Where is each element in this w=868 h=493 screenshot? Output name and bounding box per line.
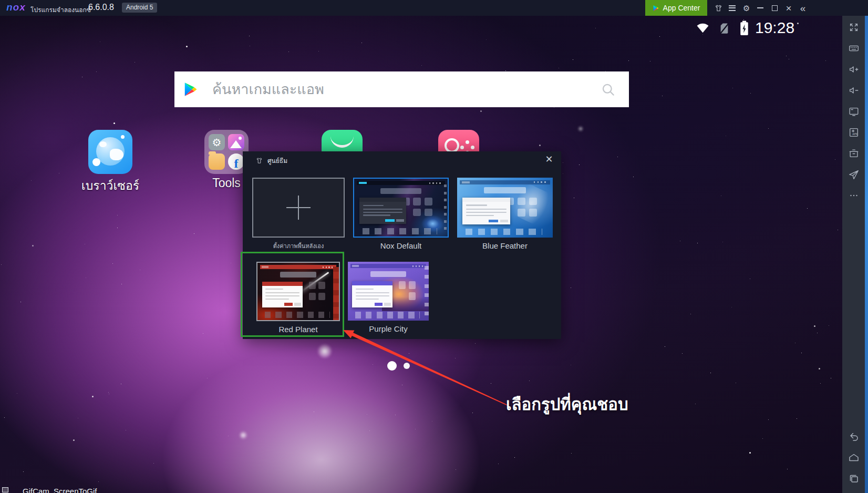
nox-toolbar: APK bbox=[842, 16, 865, 493]
host-label: GifCam bbox=[23, 487, 49, 493]
recent-apps-icon[interactable] bbox=[848, 473, 860, 485]
minimize-button[interactable] bbox=[754, 2, 767, 14]
theme-center-dialog: ศูนย์ธีม ✕ ตั้งค่าภาพพื้นหลังเอง Nox Def… bbox=[243, 151, 561, 339]
theme-thumbnail bbox=[354, 179, 448, 237]
facebook-mini-icon: f bbox=[228, 153, 244, 170]
tools-folder-icon[interactable]: ⚙ f Tools bbox=[204, 130, 249, 174]
star-glow bbox=[318, 344, 332, 358]
dialog-title: ศูนย์ธีม bbox=[267, 156, 287, 166]
more-options-icon[interactable] bbox=[848, 189, 860, 202]
annotation-label: เลือกรูปที่คุณชอบ bbox=[506, 391, 628, 417]
host-desktop-strip bbox=[865, 16, 868, 493]
window-title: โปรแกรมจำลองนอกซ์ bbox=[30, 5, 91, 15]
browser-app-icon[interactable]: เบราว์เซอร์ bbox=[88, 130, 132, 174]
dialog-close-icon[interactable]: ✕ bbox=[542, 152, 556, 166]
tools-folder-art: ⚙ f bbox=[204, 130, 249, 174]
app-center-button[interactable]: App Center bbox=[645, 0, 707, 16]
maximize-button[interactable] bbox=[768, 2, 781, 14]
file-manager-icon[interactable] bbox=[848, 147, 860, 160]
theme-tile-label: Red Planet bbox=[256, 325, 340, 334]
dialog-header: ศูนย์ธีม bbox=[255, 156, 287, 166]
window-titlebar: nox โปรแกรมจำลองนอกซ์ 6.6.0.8 Android 5 … bbox=[0, 0, 868, 16]
theme-thumbnail bbox=[257, 263, 339, 320]
theme-shirt-icon[interactable] bbox=[712, 2, 725, 14]
svg-text:APK: APK bbox=[852, 132, 858, 136]
nox-logo: nox bbox=[6, 2, 26, 13]
settings-mini-icon: ⚙ bbox=[209, 134, 225, 150]
theme-tile-purple-city[interactable]: Purple City bbox=[348, 262, 429, 321]
host-icon-remnant bbox=[2, 487, 8, 492]
files-mini-icon bbox=[209, 153, 225, 170]
theme-tile-label: Nox Default bbox=[353, 241, 449, 250]
theme-tile-nox-default[interactable]: Nox Default bbox=[353, 178, 449, 238]
search-icon[interactable] bbox=[601, 83, 615, 97]
pager-dot-active[interactable] bbox=[387, 361, 397, 371]
volume-down-icon[interactable] bbox=[848, 84, 860, 97]
browser-app-label: เบราว์เซอร์ bbox=[81, 176, 139, 195]
rocket-boost-icon[interactable] bbox=[848, 169, 860, 181]
google-play-icon bbox=[653, 4, 659, 12]
fullscreen-icon[interactable] bbox=[848, 21, 860, 34]
theme-tile-label: Blue Feather bbox=[457, 241, 553, 250]
close-button[interactable]: × bbox=[782, 2, 795, 14]
apk-install-icon[interactable]: APK bbox=[848, 126, 860, 139]
star-glow bbox=[239, 431, 247, 439]
keyboard-icon[interactable] bbox=[848, 42, 860, 55]
virtual-screen-icon[interactable] bbox=[848, 105, 860, 118]
custom-wallpaper-tile[interactable]: ตั้งค่าภาพพื้นหลังเอง bbox=[252, 178, 345, 238]
collapse-sidebar-icon[interactable]: « bbox=[797, 2, 809, 14]
clock: 19:28 bbox=[755, 19, 794, 37]
volume-up-icon[interactable] bbox=[848, 63, 860, 76]
menu-icon[interactable] bbox=[726, 2, 739, 14]
tools-folder-label: Tools bbox=[212, 176, 241, 190]
theme-tile-red-planet[interactable]: Red Planet bbox=[256, 262, 340, 321]
pager-dot[interactable] bbox=[404, 363, 410, 369]
battery-charging-icon bbox=[738, 19, 751, 37]
theme-thumbnail bbox=[457, 178, 553, 238]
google-play-icon bbox=[183, 79, 199, 99]
search-input[interactable] bbox=[211, 81, 601, 98]
gallery-mini-icon bbox=[228, 134, 244, 150]
app-center-label: App Center bbox=[663, 4, 700, 12]
host-label: ScreenToGif bbox=[54, 487, 97, 493]
settings-gear-icon[interactable]: ⚙ bbox=[740, 2, 753, 14]
wifi-icon bbox=[695, 20, 711, 35]
theme-thumbnail bbox=[348, 262, 429, 321]
no-sim-icon bbox=[717, 20, 731, 36]
theme-tile-label: Purple City bbox=[348, 324, 429, 333]
version-label: 6.6.0.8 bbox=[88, 3, 114, 12]
star-glow bbox=[578, 126, 583, 131]
play-search-bar[interactable] bbox=[174, 71, 629, 107]
android-status-bar: 19:28 bbox=[0, 16, 842, 40]
home-pager bbox=[387, 361, 410, 371]
browser-icon-art bbox=[88, 130, 132, 174]
custom-tile-label: ตั้งค่าภาพพื้นหลังเอง bbox=[252, 241, 345, 251]
theme-shirt-icon bbox=[255, 157, 263, 165]
home-icon[interactable] bbox=[848, 451, 860, 464]
android-version-badge: Android 5 bbox=[122, 3, 157, 13]
theme-tile-blue-feather[interactable]: Blue Feather bbox=[457, 178, 553, 238]
back-icon[interactable] bbox=[848, 430, 860, 443]
